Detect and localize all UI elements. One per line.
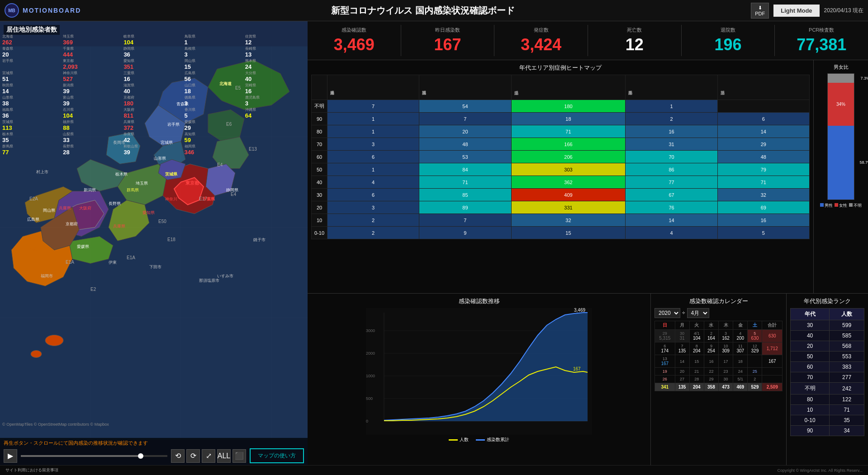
svg-text:静岡県: 静岡県 (226, 188, 238, 192)
svg-text:E18: E18 (167, 237, 175, 242)
age-rank-section: 年代別感染ランク 年代 人数 3059940585205685055360383… (787, 294, 868, 465)
footer-disclaimer[interactable]: サイト利用における留意事項 (5, 467, 58, 473)
year-select[interactable]: 2020 (655, 308, 680, 318)
svg-text:新潟県: 新潟県 (84, 188, 96, 192)
map-nav-right[interactable]: ⟳ (186, 449, 200, 463)
stat-deaths: 死亡数 12 (588, 25, 682, 56)
page-title: 新型コロナウイルス 国内感染状況確認ボード (95, 5, 751, 17)
svg-text:E1A: E1A (66, 260, 74, 265)
gender-section: 男女比 7.3% 34% 58.7% (814, 60, 868, 293)
pdf-button[interactable]: ⬇ PDF (751, 3, 769, 19)
map-nav-zoom[interactable]: ⤢ (202, 449, 215, 463)
svg-text:神奈川: 神奈川 (165, 197, 177, 201)
svg-text:那須塩原市: 那須塩原市 (199, 278, 219, 283)
cal-header-tue: 火 (689, 321, 704, 330)
trend-chart: 3,469 167 0 500 1000 2000 3000 (311, 308, 647, 435)
stat-discharged-value: 196 (714, 35, 741, 54)
svg-text:3000: 3000 (366, 328, 375, 333)
trend-svg: 3,469 167 0 500 1000 2000 3000 (311, 308, 647, 435)
svg-text:北海道: 北海道 (219, 81, 232, 86)
map-controls: ▶ ⟲ ⟳ ⤢ ALL ⬛ マップの使い方 (4, 448, 304, 463)
svg-text:E1A: E1A (127, 255, 135, 260)
cal-header-mon: 月 (675, 321, 689, 330)
cal-header-fri: 金 (733, 321, 748, 330)
trend-legend: 人数 感染数累計 (311, 437, 647, 443)
heatmap-row-90: 90 1 7 18 2 6 (312, 113, 810, 125)
calendar-section: 感染数確認カレンダー 2020 ÷ 4月 日 月 火 (651, 294, 787, 465)
footer-copyright: Copyright © WingArcIst Inc. All Rights R… (777, 468, 863, 473)
heatmap-row-unknown: 不明 7 54 180 1 (312, 100, 810, 113)
svg-point-15 (45, 335, 63, 346)
heatmap-title: 年代エリア別症例ヒートマップ (311, 64, 810, 72)
map-svg[interactable]: E5 E6 E13 E4 E17 E4 E50 E1A E1A E2 E2A E… (0, 21, 308, 465)
heatmap-col-4: 千葉感染 (626, 75, 717, 100)
svg-text:東京都: 東京都 (185, 180, 199, 185)
cal-week-5: 26 27 28 29 30 5/1 2 (655, 375, 783, 383)
svg-text:2000: 2000 (366, 351, 375, 356)
pdf-icon: ⬇ (758, 5, 762, 11)
month-select[interactable]: 4月 (687, 308, 709, 318)
age-rank-row: 不明242 (791, 383, 864, 394)
play-button[interactable]: ▶ (4, 449, 17, 463)
map-nav-all[interactable]: ALL (217, 449, 231, 463)
legend-female: 女性 (835, 203, 847, 209)
rank-col-count: 人数 (830, 309, 864, 320)
map-how-to-button[interactable]: マップの使い方 (250, 448, 304, 463)
header: MB MOTIONBOARD 新型コロナウイルス 国内感染状況確認ボード ⬇ P… (0, 0, 868, 21)
svg-text:0: 0 (366, 419, 368, 423)
cal-totals-row: 341 135 204 358 473 469 529 2,509 (655, 383, 783, 391)
heatmap-col-3: 流感染 (511, 75, 626, 100)
logo-text: MOTIONBOARD (23, 7, 81, 14)
header-controls: ⬇ PDF Light Mode 2020/04/13 現在 (751, 3, 863, 19)
trend-section: 感染確認数推移 (308, 294, 651, 465)
svg-text:167: 167 (573, 366, 581, 371)
age-rank-title: 年代別感染ランク (790, 297, 864, 305)
svg-text:伊東: 伊東 (109, 260, 117, 265)
rank-col-age: 年代 (791, 309, 830, 320)
stat-pcr-label: PCR検査数 (809, 27, 834, 33)
svg-text:京都府: 京都府 (66, 222, 78, 226)
stat-onset: 発症数 3,424 (494, 25, 588, 56)
map-bottom-bar: 再生ボタン・スクロールにて国内感染の推移状況が確認できます ▶ ⟲ ⟳ ⤢ AL… (0, 438, 308, 465)
legend-people: 人数 (449, 437, 469, 443)
map-title: 居住地別感染者数 (4, 25, 60, 35)
main-content: 居住地別感染者数 (0, 21, 868, 465)
legend-unknown: 不明 (849, 203, 862, 209)
cal-header-thu: 木 (718, 321, 733, 330)
svg-text:500: 500 (366, 396, 373, 401)
svg-text:いすみ市: いすみ市 (217, 274, 233, 278)
light-mode-button[interactable]: Light Mode (773, 5, 819, 17)
heatmap-row-70: 70 3 48 166 31 29 (312, 138, 810, 151)
map-nav-3d[interactable]: ⬛ (232, 449, 246, 463)
age-rank-row: 70277 (791, 372, 864, 383)
trend-title: 感染確認数推移 (311, 297, 647, 305)
stat-onset-label: 発症数 (534, 27, 549, 33)
stat-deaths-value: 12 (626, 35, 644, 54)
calendar-header: 2020 ÷ 4月 (655, 308, 783, 318)
svg-text:茨城県: 茨城県 (165, 172, 178, 176)
stat-pcr-value: 77,381 (797, 35, 846, 54)
svg-text:青森県: 青森県 (176, 102, 189, 106)
stat-deaths-label: 死亡数 (627, 27, 642, 33)
svg-text:E4: E4 (231, 192, 237, 197)
cal-week-1: 29 5,315 30 31 4/1 104 (655, 330, 783, 342)
gender-male-pct: 58.7% (859, 160, 868, 165)
svg-text:E13: E13 (249, 147, 257, 152)
heatmap-row-10: 10 2 7 32 14 16 (312, 214, 810, 227)
svg-text:大阪府: 大阪府 (79, 206, 91, 210)
svg-text:E4: E4 (217, 162, 223, 167)
svg-text:愛媛県: 愛媛県 (77, 244, 89, 249)
current-date: 2020/04/13 現在 (824, 7, 863, 14)
heatmap-row-40: 40 4 71 362 77 71 (312, 176, 810, 189)
svg-text:山形県: 山形県 (154, 156, 166, 161)
svg-text:E2: E2 (90, 287, 96, 292)
svg-text:銚子市: 銚子市 (253, 238, 266, 242)
heatmap-row-30: 30 6 85 409 67 32 (312, 189, 810, 201)
logo-icon: MB (5, 3, 19, 18)
svg-text:岩手県: 岩手県 (167, 122, 180, 127)
age-rank-row: 9034 (791, 426, 864, 436)
svg-text:兵庫県: 兵庫県 (113, 224, 125, 228)
heatmap-row-60: 60 6 53 206 70 48 (312, 151, 810, 163)
heatmap-row-80: 80 1 20 71 16 14 (312, 125, 810, 138)
map-nav-left[interactable]: ⟲ (171, 449, 185, 463)
